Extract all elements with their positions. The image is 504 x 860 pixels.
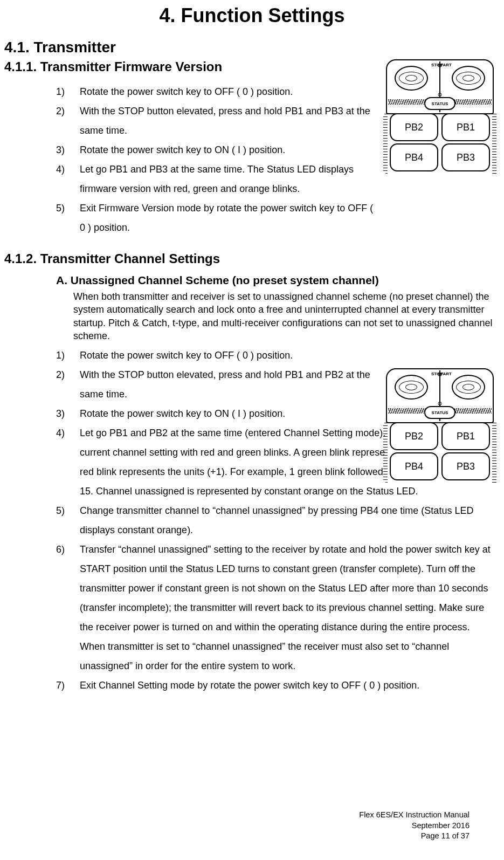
page-title: 4. Function Settings	[4, 4, 500, 27]
section-4-1-heading: 4.1. Transmitter	[4, 39, 500, 56]
transmitter-diagram-412: STOP START STATUS PB2 PB1 PB4 PB3	[385, 368, 494, 487]
start-knob-icon	[452, 66, 485, 91]
list-item: 7)Exit Channel Setting mode by rotate th…	[56, 676, 500, 695]
pb2-button-icon: PB2	[390, 422, 438, 450]
pb2-button-icon: PB2	[390, 113, 438, 141]
pb4-button-icon: PB4	[390, 452, 438, 480]
footer-date: September 2016	[359, 821, 470, 831]
pb3-button-icon: PB3	[441, 452, 490, 480]
stop-knob-icon	[395, 375, 428, 400]
unassigned-scheme-paragraph: When both transmitter and receiver is se…	[73, 290, 495, 342]
section-4-1-2-a-heading: A. Unassigned Channel Scheme (no preset …	[56, 274, 500, 287]
status-led-icon: STATUS	[424, 406, 455, 419]
start-knob-icon	[452, 375, 485, 400]
list-item: 6)Transfer “channel unassigned” setting …	[56, 540, 500, 676]
footer-manual-title: Flex 6ES/EX Instruction Manual	[359, 810, 470, 821]
pb1-button-icon: PB1	[441, 422, 490, 450]
pb4-button-icon: PB4	[390, 143, 438, 171]
diagram-start-label: START	[438, 63, 452, 67]
pb3-button-icon: PB3	[441, 143, 490, 171]
status-led-icon: STATUS	[424, 97, 455, 110]
list-item: 5)Exit Firmware Version mode by rotate t…	[56, 198, 500, 237]
section-4-1-2-heading: 4.1.2. Transmitter Channel Settings	[4, 251, 500, 266]
transmitter-diagram-411: STOP START STATUS PB2 PB1 PB4 PB3	[385, 59, 494, 178]
list-item: 5)Change transmitter channel to “channel…	[56, 501, 500, 540]
list-item: 1)Rotate the power switch key to OFF ( 0…	[56, 346, 500, 365]
pb1-button-icon: PB1	[441, 113, 490, 141]
stop-knob-icon	[395, 66, 428, 91]
footer-page-number: Page 11 of 37	[359, 831, 470, 842]
diagram-start-label: START	[438, 371, 452, 376]
page-footer: Flex 6ES/EX Instruction Manual September…	[359, 810, 470, 842]
